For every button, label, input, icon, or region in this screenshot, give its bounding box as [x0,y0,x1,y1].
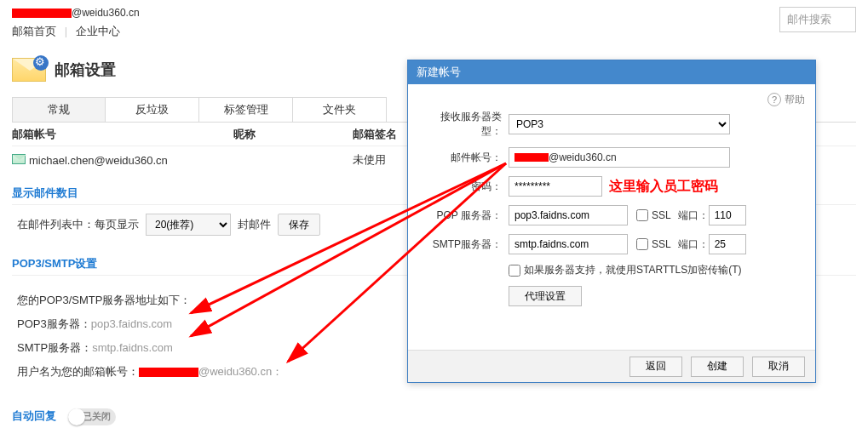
pop3-value: pop3.faidns.com [91,317,172,330]
pop-server-input[interactable] [509,205,628,225]
account-signature-status: 未使用 [353,152,386,168]
new-account-dialog: 新建帐号 帮助 接收服务器类型： POP3 邮件帐号： @weidu360.cn… [407,60,816,383]
nav-home[interactable]: 邮箱首页 [12,25,56,37]
tab-tags[interactable]: 标签管理 [199,97,293,122]
password-hint: 这里输入员工密码 [609,178,718,196]
pop3-label: POP3服务器： [17,317,91,330]
help-link[interactable]: 帮助 [767,93,805,107]
server-type-select[interactable]: POP3 [509,114,730,134]
col-nick: 昵称 [233,127,353,142]
pop-port-input[interactable] [709,205,746,225]
starttls-label: 如果服务器支持，就使用STARTTLS加密传输(T) [524,263,742,277]
username-label: 用户名为您的邮箱帐号： [17,365,139,378]
mail-account-label: 邮件帐号： [423,151,509,165]
port-label-2: 端口： [678,237,709,252]
col-account: 邮箱帐号 [12,127,233,142]
smtp-ssl-checkbox[interactable] [636,238,648,250]
back-button[interactable]: 返回 [629,357,682,377]
pop-server-label: POP 服务器： [423,208,509,223]
server-type-label: 接收服务器类型： [423,110,509,139]
starttls-checkbox[interactable] [509,265,520,277]
smtp-server-label: SMTP服务器： [423,237,509,252]
pop-ssl-checkbox[interactable] [636,209,648,221]
settings-icon [12,58,46,82]
mail-icon [12,154,26,164]
password-input[interactable] [509,176,602,197]
tab-general[interactable]: 常规 [12,97,106,122]
smtp-port-input[interactable] [709,234,746,254]
tab-folder[interactable]: 文件夹 [293,97,387,122]
col-signature: 邮箱签名 [353,127,397,142]
password-label: 密码： [423,180,509,194]
mail-account-input[interactable]: @weidu360.cn [509,147,730,168]
page-title: 邮箱设置 [55,60,116,80]
current-user-email: @weidu360.cn [12,7,140,19]
ssl-label: SSL [652,209,671,221]
dialog-title: 新建帐号 [408,60,815,84]
smtp-value: smtp.faidns.com [92,341,173,354]
display-count-suffix: 封邮件 [238,217,271,232]
smtp-label: SMTP服务器： [17,341,92,354]
create-button[interactable]: 创建 [691,357,744,377]
save-button[interactable]: 保存 [278,214,320,236]
tab-spam[interactable]: 反垃圾 [106,97,199,122]
smtp-server-input[interactable] [509,234,628,254]
per-page-select[interactable]: 20(推荐) [146,214,231,236]
port-label: 端口： [678,208,709,223]
search-input[interactable]: 邮件搜索 [779,7,856,32]
ssl-label-2: SSL [652,238,671,250]
nav-enterprise[interactable]: 企业中心 [76,25,120,37]
section-autoreply: 自动回复 [12,409,56,422]
account-email: michael.chen@weidu360.cn [29,154,168,167]
display-count-label: 在邮件列表中：每页显示 [17,217,139,232]
proxy-settings-button[interactable]: 代理设置 [509,286,582,306]
cancel-button[interactable]: 取消 [752,357,805,377]
username-suffix: @weidu360.cn： [198,365,283,378]
autoreply-toggle[interactable]: 已关闭 [68,408,116,425]
